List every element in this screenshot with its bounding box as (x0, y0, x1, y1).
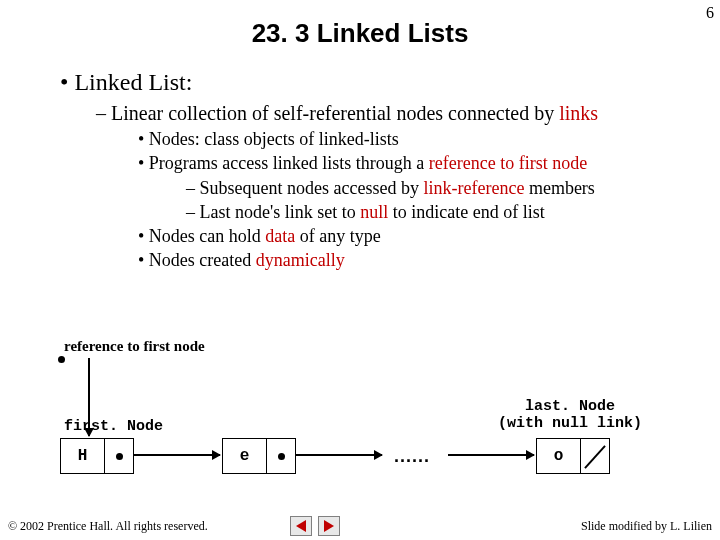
footer: © 2002 Prentice Hall. All rights reserve… (8, 519, 712, 534)
ellipsis: ...... (394, 446, 430, 467)
content-area: • Linked List: – Linear collection of se… (0, 69, 720, 273)
bullet-level4-a: – Subsequent nodes accessed by link-refe… (186, 176, 700, 200)
b1-text: Linked List: (74, 69, 192, 95)
bullet-level3-a: • Nodes: class objects of linked-lists (138, 127, 700, 151)
page-number: 6 (706, 4, 714, 22)
b3b-pre: Programs access linked lists through a (149, 153, 429, 173)
b2-link: links (559, 102, 598, 124)
node-3-value: o (537, 439, 581, 473)
arrow-right-icon (134, 454, 220, 456)
last-node-l1: last. Node (525, 398, 615, 415)
prev-button[interactable] (290, 516, 312, 536)
node-1: H (60, 438, 134, 474)
pointer-dot-icon (116, 453, 123, 460)
copyright-text: © 2002 Prentice Hall. All rights reserve… (8, 519, 208, 534)
bullet-level3-d: • Nodes created dynamically (138, 248, 700, 272)
last-node-label: last. Node (with null link) (470, 398, 670, 432)
b3a-text: Nodes: class objects of linked-lists (149, 129, 399, 149)
b3d-pre: Nodes created (149, 250, 256, 270)
b4b-red: null (360, 202, 388, 222)
b4a-red: link-reference (423, 178, 524, 198)
node-2-pointer (267, 439, 295, 473)
b2-pre: Linear collection of self-referential no… (111, 102, 559, 124)
credit-text: Slide modified by L. Lilien (581, 519, 712, 534)
triangle-right-icon (324, 520, 334, 532)
bullet-level4-b: – Last node's link set to null to indica… (186, 200, 700, 224)
bullet-level3-c: • Nodes can hold data of any type (138, 224, 700, 248)
reference-dot (58, 356, 65, 363)
pointer-dot-icon (278, 453, 285, 460)
b4a-pre: Subsequent nodes accessed by (200, 178, 424, 198)
b3c-red: data (265, 226, 295, 246)
b3c-post: of any type (295, 226, 380, 246)
bullet-level1: • Linked List: (60, 69, 700, 96)
arrow-right-icon (448, 454, 534, 456)
node-1-pointer (105, 439, 133, 473)
triangle-left-icon (296, 520, 306, 532)
next-button[interactable] (318, 516, 340, 536)
node-3: o (536, 438, 610, 474)
b4b-pre: Last node's link set to (200, 202, 361, 222)
bullet-level2: – Linear collection of self-referential … (96, 102, 700, 125)
b3b-red: reference to first node (429, 153, 587, 173)
b3c-pre: Nodes can hold (149, 226, 265, 246)
node-2: e (222, 438, 296, 474)
node-3-pointer-null (581, 439, 609, 473)
bullet-level3-b: • Programs access linked lists through a… (138, 151, 700, 175)
node-1-value: H (61, 439, 105, 473)
slide-title: 23. 3 Linked Lists (0, 18, 720, 49)
b3d-red: dynamically (256, 250, 345, 270)
b4a-post: members (524, 178, 594, 198)
first-node-label: first. Node (64, 418, 163, 435)
b4b-post: to indicate end of list (388, 202, 544, 222)
reference-label: reference to first node (64, 338, 205, 355)
linked-list-diagram: reference to first node first. Node last… (0, 330, 720, 510)
node-2-value: e (223, 439, 267, 473)
arrow-right-icon (296, 454, 382, 456)
null-slash-icon (584, 445, 606, 469)
last-node-l2: (with null link) (498, 415, 642, 432)
nav-buttons (290, 516, 340, 536)
